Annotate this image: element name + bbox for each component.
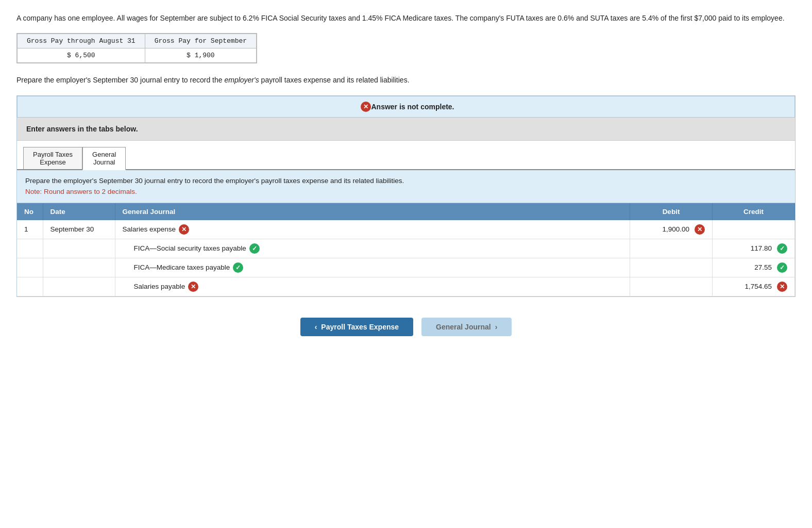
header-date: Date — [43, 203, 115, 220]
nav-buttons: ‹ Payroll Taxes Expense General Journal … — [16, 309, 796, 344]
account-error-icon: ✕ — [188, 282, 198, 292]
tab-general-journal-line2: Journal — [93, 158, 115, 166]
cell-date — [43, 239, 115, 258]
credit-success-icon: ✓ — [777, 243, 787, 254]
cell-debit[interactable]: 1,900.00✕ — [630, 220, 713, 239]
col1-value: $ 6,500 — [18, 48, 145, 63]
tab-general-journal[interactable]: General Journal — [82, 147, 126, 170]
cell-account[interactable]: Salaries payable✕ — [115, 277, 630, 296]
cell-date — [43, 277, 115, 296]
cell-date — [43, 258, 115, 277]
problem-description: A company has one employee. All wages fo… — [16, 12, 796, 24]
tab-payroll-taxes-line2: Expense — [40, 158, 66, 166]
next-button-label: General Journal — [436, 323, 491, 331]
cell-no — [17, 258, 43, 277]
credit-value: 117.80 — [751, 244, 772, 252]
header-no: No — [17, 203, 43, 220]
credit-value: 1,754.65 — [745, 283, 772, 290]
cell-no — [17, 277, 43, 296]
cell-debit[interactable] — [630, 258, 713, 277]
account-success-icon: ✓ — [233, 262, 243, 273]
debit-error-icon: ✕ — [695, 224, 705, 235]
journal-instruction-main: Prepare the employer's September 30 jour… — [25, 177, 404, 185]
table-row: FICA—Medicare taxes payable✓27.55✓ — [17, 258, 795, 277]
journal-instruction-note: Note: Round answers to 2 decimals. — [25, 188, 137, 195]
prepare-instruction: Prepare the employer's September 30 jour… — [16, 74, 796, 86]
chevron-left-icon: ‹ — [315, 323, 317, 331]
tab-payroll-taxes-line1: Payroll Taxes — [33, 151, 73, 158]
cell-debit[interactable] — [630, 277, 713, 296]
journal-instruction: Prepare the employer's September 30 jour… — [17, 170, 795, 203]
cell-no — [17, 239, 43, 258]
tabs-instruction: Enter answers in the tabs below. — [17, 118, 795, 141]
answer-box: ✕ Answer is not complete. Enter answers … — [16, 95, 796, 297]
cell-debit[interactable] — [630, 239, 713, 258]
cell-account[interactable]: FICA—Medicare taxes payable✓ — [115, 258, 630, 277]
credit-success-icon: ✓ — [777, 262, 787, 273]
header-general-journal: General Journal — [115, 203, 630, 220]
cell-date: September 30 — [43, 220, 115, 239]
table-row: 1September 30Salaries expense✕1,900.00✕ — [17, 220, 795, 239]
journal-table: No Date General Journal Debit Credit 1Se… — [17, 203, 795, 296]
header-debit: Debit — [630, 203, 713, 220]
table-row: FICA—Social security taxes payable✓117.8… — [17, 239, 795, 258]
account-name: FICA—Medicare taxes payable — [134, 263, 230, 271]
answer-error-icon: ✕ — [361, 102, 371, 112]
cell-credit[interactable]: 27.55✓ — [713, 258, 795, 277]
cell-account[interactable]: Salaries expense✕ — [115, 220, 630, 239]
account-name: Salaries expense — [123, 225, 176, 233]
account-name: FICA—Social security taxes payable — [134, 244, 246, 252]
cell-credit[interactable]: 1,754.65✕ — [713, 277, 795, 296]
cell-account[interactable]: FICA—Social security taxes payable✓ — [115, 239, 630, 258]
tab-general-journal-line1: General — [92, 151, 116, 158]
header-credit: Credit — [713, 203, 795, 220]
col1-header: Gross Pay through August 31 — [18, 34, 145, 48]
cell-credit[interactable] — [713, 220, 795, 239]
prev-button[interactable]: ‹ Payroll Taxes Expense — [300, 318, 413, 336]
journal-table-wrapper: No Date General Journal Debit Credit 1Se… — [17, 203, 795, 296]
gross-pay-table: Gross Pay through August 31 Gross Pay fo… — [16, 33, 257, 63]
col2-header: Gross Pay for September — [145, 34, 256, 48]
col2-value: $ 1,900 — [145, 48, 256, 63]
account-error-icon: ✕ — [179, 224, 189, 235]
cell-no: 1 — [17, 220, 43, 239]
answer-banner-text: Answer is not complete. — [371, 103, 454, 111]
answer-banner: ✕ Answer is not complete. — [17, 96, 795, 118]
table-row: Salaries payable✕1,754.65✕ — [17, 277, 795, 296]
debit-value: 1,900.00 — [662, 225, 689, 233]
cell-credit[interactable]: 117.80✓ — [713, 239, 795, 258]
credit-value: 27.55 — [754, 263, 772, 271]
credit-error-icon: ✕ — [777, 282, 787, 292]
prev-button-label: Payroll Taxes Expense — [321, 323, 399, 331]
tab-payroll-taxes-expense[interactable]: Payroll Taxes Expense — [23, 147, 82, 169]
account-name: Salaries payable — [134, 283, 185, 290]
account-success-icon: ✓ — [249, 243, 260, 254]
tabs-row: Payroll Taxes Expense General Journal — [17, 141, 795, 170]
next-button[interactable]: General Journal › — [421, 318, 512, 336]
chevron-right-icon: › — [495, 323, 498, 331]
